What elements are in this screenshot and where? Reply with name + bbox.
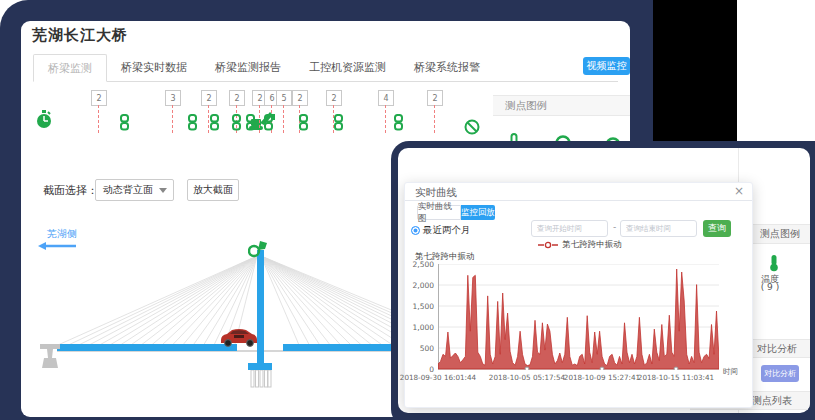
chain-link-icon[interactable] [187,114,198,131]
stopwatch-icon[interactable] [35,109,53,129]
tab-playback[interactable]: 监控回放 [461,205,495,220]
bridge-side-label: 芜湖侧 [47,227,77,241]
bridge-piles [250,370,272,388]
radio-last-two-months[interactable] [411,226,420,235]
chain-link-icon[interactable] [333,114,344,131]
realtime-curve-modal: 实时曲线 × 实时曲线图 监控回放 最近两个月 - 查询 第七跨跨中振动 第七跨… [404,182,753,408]
sensor-count-badge[interactable]: 2 [326,90,342,106]
sensor-count-badge[interactable]: 2 [292,90,308,106]
chain-link-icon[interactable] [209,114,220,131]
sensor-drop-line [98,105,99,133]
x-tick-label: 2018-09-30 16:01:44 [393,373,483,382]
section-select-label: 截面选择： [43,178,98,202]
tower-top-sensor-icon[interactable] [248,240,268,258]
query-start-time-input[interactable] [531,220,608,237]
x-axis-name: 时间 [723,367,738,377]
legend-panel-header: 测点图例 [493,95,630,116]
sensor-count-badge[interactable]: 3 [165,90,181,106]
enlarge-section-button[interactable]: 放大截面 [187,179,239,201]
date-range-separator: - [609,222,620,232]
white-region [737,0,815,141]
y-tick-label: 2,500 [407,260,434,269]
bridge-deck-left [57,344,237,351]
sensor-drop-line [172,105,173,133]
chart-legend[interactable]: 第七跨跨中振动 [492,239,668,251]
sensor-count-badge[interactable]: 2 [91,90,107,106]
car [218,327,260,347]
sensor-drop-line [283,105,284,133]
chain-link-icon[interactable] [231,114,242,131]
close-icon[interactable]: × [734,184,744,198]
y-tick-label: 2,000 [407,281,434,290]
sensor-count-badge[interactable]: 2 [201,90,217,106]
abutment [40,344,62,369]
query-button[interactable]: 查询 [703,220,731,237]
sensor-count-badge[interactable]: 5 [276,90,292,106]
chain-link-icon[interactable] [263,114,274,131]
x-tick-label: 2018-10-15 11:03:41 [631,373,721,382]
y-tick-label: 500 [407,344,434,353]
caret-down-icon [159,188,167,193]
legend-series-name: 第七跨跨中振动 [562,239,622,251]
chain-link-icon[interactable] [119,114,130,131]
sensor-drop-line [385,105,386,133]
sensor-count-badge[interactable]: 2 [427,90,443,106]
tab-realtime-curve[interactable]: 实时曲线图 [417,205,461,220]
legend-marker-icon [538,241,558,249]
thermometer-icon[interactable] [768,254,780,272]
bridge-pier-cap [248,363,272,370]
vibration-chart [438,264,719,370]
y-tick-label: 1,500 [407,302,434,311]
query-end-time-input[interactable] [620,220,697,237]
modal-title: 实时曲线 [415,186,457,200]
section-select-dropdown[interactable]: 动态背立面 [95,179,174,201]
sensor-drop-line [259,105,260,133]
chain-link-icon[interactable] [245,114,256,131]
sensor-count-badge[interactable]: 2 [229,90,245,106]
no-entry-icon[interactable] [464,119,480,135]
y-tick-label: 1,000 [407,323,434,332]
black-region [653,0,737,141]
left-arrow-icon [38,242,78,250]
section-select-value: 动态背立面 [103,183,153,197]
screen: 芜湖长江大桥 桥梁监测桥梁实时数据桥梁监测报告工控机资源监测桥梁系统报警 视频监… [0,0,815,420]
chain-link-icon[interactable] [393,114,404,131]
compare-analysis-button[interactable]: 对比分析 [761,365,799,382]
sensor-count-badge[interactable]: 4 [378,90,394,106]
sensor-drop-line [434,105,435,133]
radio-label: 最近两个月 [423,224,471,237]
chain-link-icon[interactable] [298,114,309,131]
